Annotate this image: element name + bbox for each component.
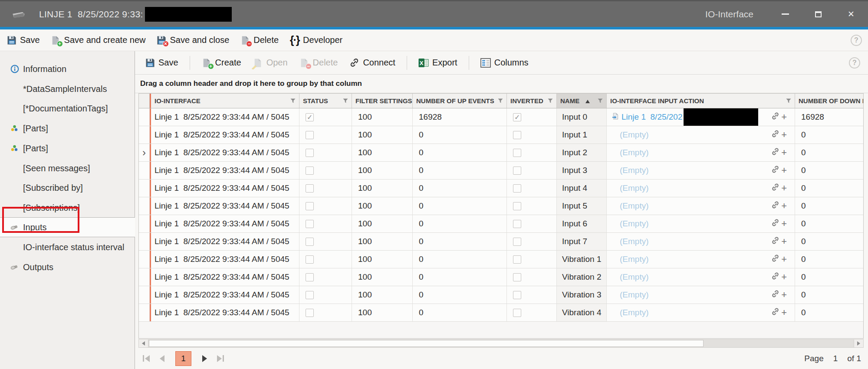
cell-io-interface[interactable]: Linje 1 8/25/2022 9:33:44 AM / 5045 xyxy=(150,251,299,268)
cell-io-interface-input-action[interactable]: (Empty)+ xyxy=(607,268,795,286)
grid-row-input-0[interactable]: Linje 1 8/25/2022 9:33:44 AM / 504510016… xyxy=(139,108,863,126)
grid-row-input-7[interactable]: Linje 1 8/25/2022 9:33:44 AM / 50451000I… xyxy=(139,233,863,251)
developer-button[interactable]: {·}Developer xyxy=(289,35,342,46)
column-header-io-interface[interactable]: IO-INTERFACE xyxy=(150,94,299,108)
cell-inverted[interactable] xyxy=(507,162,557,179)
cell-inverted[interactable] xyxy=(507,126,557,144)
cell-io-interface[interactable]: Linje 1 8/25/2022 9:33:44 AM / 5045 xyxy=(150,304,299,321)
status-checkbox[interactable] xyxy=(306,149,314,157)
column-header-name[interactable]: NAME xyxy=(557,94,607,108)
status-checkbox[interactable] xyxy=(306,273,314,281)
status-checkbox[interactable] xyxy=(306,131,314,139)
horizontal-scrollbar[interactable] xyxy=(138,339,864,348)
inverted-checkbox[interactable] xyxy=(513,131,521,139)
add-icon[interactable]: + xyxy=(781,129,787,140)
cell-inverted[interactable] xyxy=(507,304,557,321)
column-header-number-of-down-events[interactable]: NUMBER OF DOWN EVENTS xyxy=(795,94,864,108)
cell-io-interface-input-action[interactable]: (Empty)+ xyxy=(607,286,795,304)
cell-number-of-up-events[interactable]: 0 xyxy=(413,126,507,144)
inverted-checkbox[interactable] xyxy=(513,113,521,121)
status-checkbox[interactable] xyxy=(306,291,314,299)
cell-filter-settings[interactable]: 100 xyxy=(352,180,413,197)
cell-number-of-up-events[interactable]: 0 xyxy=(413,251,507,268)
cell-name[interactable]: Input 2 xyxy=(557,144,607,161)
cell-status[interactable] xyxy=(299,304,352,321)
cell-number-of-up-events[interactable]: 0 xyxy=(413,144,507,161)
cell-inverted[interactable] xyxy=(507,144,557,161)
cell-io-interface[interactable]: Linje 1 8/25/2022 9:33:44 AM / 5045 xyxy=(150,108,299,126)
cell-filter-settings[interactable]: 100 xyxy=(352,126,413,144)
cell-name[interactable]: Vibration 3 xyxy=(557,286,607,304)
sidebar-item-documentationtags[interactable]: [*DocumentationTags] xyxy=(0,98,135,118)
save-button[interactable]: Save xyxy=(6,35,40,46)
cell-inverted[interactable] xyxy=(507,108,557,126)
column-header-number-of-up-events[interactable]: NUMBER OF UP EVENTS xyxy=(413,94,507,108)
cell-status[interactable] xyxy=(299,233,352,250)
cell-inverted[interactable] xyxy=(507,215,557,232)
group-by-drop-zone[interactable]: Drag a column header and drop it here to… xyxy=(135,75,868,93)
cell-number-of-up-events[interactable]: 0 xyxy=(413,286,507,304)
cell-number-of-up-events[interactable]: 0 xyxy=(413,268,507,286)
columns-button[interactable]: Columns xyxy=(480,57,529,68)
cell-name[interactable]: Input 5 xyxy=(557,197,607,215)
cell-number-of-down-events[interactable]: 0 xyxy=(795,144,864,161)
cell-filter-settings[interactable]: 100 xyxy=(352,304,413,321)
cell-io-interface-input-action[interactable]: (Empty)+ xyxy=(607,251,795,268)
add-icon[interactable]: + xyxy=(781,289,787,300)
add-icon[interactable]: + xyxy=(781,165,787,176)
add-icon[interactable]: + xyxy=(781,147,787,158)
status-checkbox[interactable] xyxy=(306,202,314,210)
cell-status[interactable] xyxy=(299,215,352,232)
add-icon[interactable]: + xyxy=(781,218,787,229)
sidebar-item-subscriptions[interactable]: [Subscriptions] xyxy=(0,198,135,218)
add-icon[interactable]: + xyxy=(781,183,787,194)
cell-number-of-down-events[interactable]: 16928 xyxy=(795,108,864,126)
cell-filter-settings[interactable]: 100 xyxy=(352,215,413,232)
status-checkbox[interactable] xyxy=(306,238,314,246)
cell-io-interface-input-action[interactable]: (Empty)+ xyxy=(607,180,795,197)
minimize-button[interactable] xyxy=(779,8,792,21)
add-icon[interactable]: + xyxy=(781,307,787,318)
cell-inverted[interactable] xyxy=(507,197,557,215)
status-checkbox[interactable] xyxy=(306,255,314,264)
cell-filter-settings[interactable]: 100 xyxy=(352,197,413,215)
save-and-close-button[interactable]: ×Save and close xyxy=(156,35,230,46)
inverted-checkbox[interactable] xyxy=(513,149,521,157)
status-checkbox[interactable] xyxy=(306,184,314,193)
sidebar-item-io-interface-status-interval[interactable]: IO-interface status interval xyxy=(0,237,135,257)
cell-io-interface[interactable]: Linje 1 8/25/2022 9:33:44 AM / 5045 xyxy=(150,144,299,161)
cell-inverted[interactable] xyxy=(507,180,557,197)
sidebar-item-parts[interactable]: [Parts] xyxy=(0,118,135,138)
cell-io-interface-input-action[interactable]: (Empty)+ xyxy=(607,144,795,161)
cell-status[interactable] xyxy=(299,108,352,126)
inverted-checkbox[interactable] xyxy=(513,255,521,264)
cell-io-interface[interactable]: Linje 1 8/25/2022 9:33:44 AM / 5045 xyxy=(150,268,299,286)
inverted-checkbox[interactable] xyxy=(513,167,521,175)
cell-number-of-down-events[interactable]: 0 xyxy=(795,286,864,304)
cell-inverted[interactable] xyxy=(507,233,557,250)
cell-number-of-down-events[interactable]: 0 xyxy=(795,126,864,144)
inverted-checkbox[interactable] xyxy=(513,291,521,299)
column-header-inverted[interactable]: INVERTED xyxy=(507,94,557,108)
sidebar-item-outputs[interactable]: Outputs xyxy=(0,257,135,277)
add-icon[interactable]: + xyxy=(781,254,787,265)
cell-io-interface-input-action[interactable]: (Empty)+ xyxy=(607,126,795,144)
cell-number-of-up-events[interactable]: 16928 xyxy=(413,108,507,126)
cell-filter-settings[interactable]: 100 xyxy=(352,268,413,286)
cell-filter-settings[interactable]: 100 xyxy=(352,286,413,304)
delete-button[interactable]: −Delete xyxy=(240,35,279,46)
inverted-checkbox[interactable] xyxy=(513,184,521,193)
cell-name[interactable]: Input 6 xyxy=(557,215,607,232)
cell-io-interface[interactable]: Linje 1 8/25/2022 9:33:44 AM / 5045 xyxy=(150,286,299,304)
cell-number-of-down-events[interactable]: 0 xyxy=(795,180,864,197)
cell-io-interface[interactable]: Linje 1 8/25/2022 9:33:44 AM / 5045 xyxy=(150,126,299,144)
grid-row-vibration-4[interactable]: Linje 1 8/25/2022 9:33:44 AM / 50451000V… xyxy=(139,304,863,322)
sidebar-item-subscribed-by[interactable]: [Subscribed by] xyxy=(0,178,135,198)
cell-io-interface-input-action[interactable]: Linje 1 8/25/202+ xyxy=(607,108,795,126)
cell-number-of-down-events[interactable]: 0 xyxy=(795,162,864,179)
inverted-checkbox[interactable] xyxy=(513,202,521,210)
cell-status[interactable] xyxy=(299,144,352,161)
cell-number-of-up-events[interactable]: 0 xyxy=(413,180,507,197)
add-icon[interactable]: + xyxy=(781,111,787,123)
close-button[interactable]: ✕ xyxy=(845,8,858,21)
